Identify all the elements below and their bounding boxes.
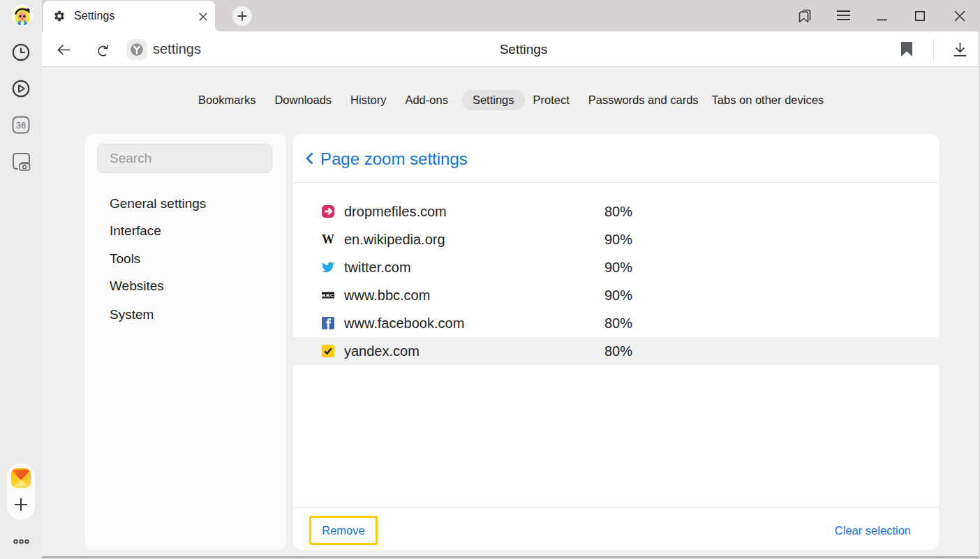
svg-text:BBC: BBC bbox=[322, 292, 334, 299]
svg-text:W: W bbox=[322, 233, 334, 246]
svg-text:36: 36 bbox=[16, 120, 26, 131]
